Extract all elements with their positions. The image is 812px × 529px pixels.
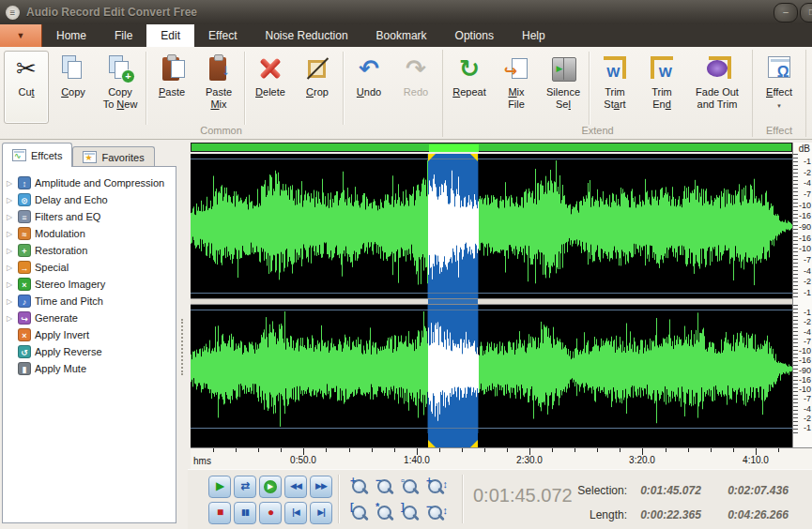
expand-arrow-icon[interactable]: ▷ xyxy=(7,264,14,272)
db-label: -10 xyxy=(799,385,811,394)
copy-to-new-button[interactable]: +CopyTo New xyxy=(98,51,143,124)
go-to-start-button[interactable]: |◀ xyxy=(284,502,307,524)
pause-button[interactable]: ▮▮ xyxy=(234,502,256,524)
cut-button[interactable]: ✂Cut xyxy=(4,51,49,124)
zoom-in-vertical-button[interactable]: +↕ xyxy=(425,477,446,498)
modulation-icon: ≈ xyxy=(18,227,31,240)
tab-effects[interactable]: ∿ Effcets xyxy=(2,143,72,167)
selection-handle-top-left[interactable] xyxy=(428,154,436,161)
tree-item-restoration[interactable]: ▷+Restoration xyxy=(3,242,176,259)
selection-handle-top-right[interactable] xyxy=(470,154,478,161)
chevron-down-icon: ▼ xyxy=(776,103,782,109)
timeline-ruler[interactable]: hms 0:50.01:40.02:30.03:20.04:10.0 xyxy=(191,447,812,469)
timeline-minor-tick xyxy=(236,448,237,452)
rewind-icon: ◀◀ xyxy=(285,476,306,496)
app-icon[interactable]: ≡ xyxy=(6,6,20,20)
tree-item-modulation[interactable]: ▷≈Modulation xyxy=(3,225,176,242)
db-label: -2 xyxy=(804,415,811,423)
expand-arrow-icon[interactable]: ▷ xyxy=(7,196,14,204)
stop-button[interactable]: ■ xyxy=(208,502,231,524)
tree-item-label: Restoration xyxy=(35,245,87,256)
ribbon-group-more: →Insert F▼ xyxy=(806,50,812,137)
silence-sel-button[interactable]: ▶SilenceSel xyxy=(541,51,586,124)
paste-button[interactable]: Paste xyxy=(149,51,194,124)
tree-item-time-and-pitch[interactable]: ▷♪Time and Pitch xyxy=(3,293,176,310)
menu-tab-edit[interactable]: Edit xyxy=(146,24,194,47)
overview-bar[interactable] xyxy=(191,143,792,152)
selection-info-panel: Selection: 0:01:45.072 0:02:07.436 Lengt… xyxy=(563,478,803,527)
zoom-full-button[interactable]: [ xyxy=(349,504,370,524)
tree-item-stereo-imagery[interactable]: ▷×Stereo Imagery xyxy=(3,276,176,293)
zoom-one-to-one-icon: ] xyxy=(401,501,405,512)
paste-mix-button[interactable]: ↓PasteMix xyxy=(196,51,241,124)
db-unit-label: dB xyxy=(799,144,810,154)
menu-tab-options[interactable]: Options xyxy=(441,24,508,47)
timeline-minor-tick xyxy=(372,448,373,452)
db-label: -2 xyxy=(804,169,811,177)
zoom-out-vertical-button[interactable]: −↕ xyxy=(425,504,446,524)
tree-item-delay-and-echo[interactable]: ▷⊙Delay and Echo xyxy=(3,191,176,208)
expand-arrow-icon[interactable]: ▷ xyxy=(7,314,14,323)
menu-tab-noise-reduction[interactable]: Noise Reduction xyxy=(252,24,362,47)
trim-end-button[interactable]: WTrimEnd xyxy=(639,51,684,124)
db-label: -7 xyxy=(804,338,811,346)
timeline-minor-tick xyxy=(281,448,282,452)
effect-button[interactable]: ΩEffect▼ xyxy=(757,51,802,124)
menu-tab-home[interactable]: Home xyxy=(42,24,100,47)
tree-item-generate[interactable]: ▷↪Generate xyxy=(3,310,176,326)
expand-arrow-icon[interactable]: ▷ xyxy=(7,179,14,188)
record-button[interactable]: ● xyxy=(259,502,282,524)
menu-tab-file[interactable]: File xyxy=(100,24,146,47)
db-label: -16 xyxy=(799,376,811,385)
timeline-minor-tick xyxy=(778,448,779,452)
redo-button[interactable]: ↷Redo xyxy=(393,51,438,124)
mix-file-icon: ↪ xyxy=(500,53,532,84)
menu-tab-bookmark[interactable]: Bookmark xyxy=(362,24,441,47)
tree-item-filters-and-eq[interactable]: ▷≡Filters and EQ xyxy=(3,208,176,225)
tree-item-special[interactable]: ▷→Special xyxy=(3,259,176,276)
tree-item-amplitude-and-compression[interactable]: ▷↕Amplitude and Compression xyxy=(3,174,176,191)
delete-button[interactable]: Delete xyxy=(248,51,293,124)
expand-arrow-icon[interactable]: ▷ xyxy=(7,280,14,289)
zoom-in-button[interactable]: + xyxy=(349,477,370,498)
menu-tab-help[interactable]: Help xyxy=(508,24,559,47)
crop-button[interactable]: Crop xyxy=(295,51,340,124)
zoom-out-button[interactable]: − xyxy=(375,477,395,498)
copy-button[interactable]: Copy xyxy=(51,51,96,124)
play-file-button[interactable]: ▶ xyxy=(259,476,282,498)
tree-item-apply-invert[interactable]: ×Apply Invert xyxy=(3,326,176,343)
waveform-channel-1[interactable] xyxy=(191,154,792,298)
undo-button[interactable]: ↶Undo xyxy=(346,51,391,124)
expand-arrow-icon[interactable]: ▷ xyxy=(7,247,14,255)
expand-arrow-icon[interactable]: ▷ xyxy=(7,213,14,221)
fade-out-and-trim-button[interactable]: Fade Outand Trim xyxy=(686,51,748,124)
loop-button[interactable]: ⇄ xyxy=(234,476,256,498)
zoom-out-icon: − xyxy=(375,475,381,486)
panel-splitter[interactable] xyxy=(176,141,191,523)
mix-file-button[interactable]: ↪MixFile xyxy=(494,51,539,124)
tree-item-apply-reverse[interactable]: ↺Apply Reverse xyxy=(3,343,176,360)
play-button[interactable]: ▶ xyxy=(208,476,231,498)
selection-handle-bottom-right[interactable] xyxy=(470,440,478,447)
waveform-channel-2[interactable] xyxy=(191,305,792,433)
menu-tab-effect[interactable]: Effect xyxy=(194,24,251,47)
timeline-minor-tick xyxy=(507,448,508,452)
app-menu-button[interactable]: ▼ xyxy=(0,24,42,47)
tree-item-apply-mute[interactable]: ▮Apply Mute xyxy=(3,360,176,377)
go-to-end-button[interactable]: ▶| xyxy=(310,502,332,524)
zoom-to-selection-button[interactable]: ▫ xyxy=(400,477,421,498)
zoom-preset-button[interactable]: * xyxy=(375,504,395,524)
maximize-button[interactable]: □ xyxy=(800,3,812,23)
selection-handle-bottom-left[interactable] xyxy=(428,440,436,447)
expand-arrow-icon[interactable]: ▷ xyxy=(7,297,14,306)
tab-favorites[interactable]: ★ Favorites xyxy=(72,146,154,167)
zoom-one-to-one-button[interactable]: ] xyxy=(400,504,421,524)
total-length-value: 0:04:26.266 xyxy=(714,508,802,521)
trim-start-button[interactable]: WTrimStart xyxy=(592,51,637,124)
effect-icon: Ω xyxy=(763,53,795,84)
expand-arrow-icon[interactable]: ▷ xyxy=(7,230,14,238)
rewind-button[interactable]: ◀◀ xyxy=(284,476,307,498)
fast-forward-button[interactable]: ▶▶ xyxy=(310,476,332,498)
repeat-button[interactable]: ↻Repeat xyxy=(447,51,492,124)
minimize-button[interactable]: – xyxy=(774,3,798,23)
